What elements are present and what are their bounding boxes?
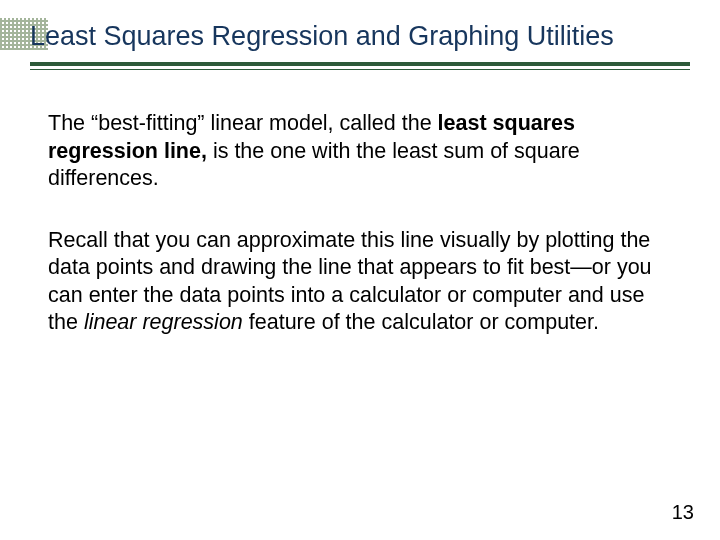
paragraph-1: The “best-fitting” linear model, called … xyxy=(48,110,672,193)
para1-pre: The “best-fitting” linear model, called … xyxy=(48,111,438,135)
slide-content: The “best-fitting” linear model, called … xyxy=(48,110,672,371)
para2-italic: linear regression xyxy=(84,310,243,334)
title-underline-thin xyxy=(30,69,690,70)
slide: Least Squares Regression and Graphing Ut… xyxy=(0,0,720,540)
paragraph-2: Recall that you can approximate this lin… xyxy=(48,227,672,337)
page-number: 13 xyxy=(672,501,694,524)
title-area: Least Squares Regression and Graphing Ut… xyxy=(30,20,690,70)
slide-title: Least Squares Regression and Graphing Ut… xyxy=(30,20,690,58)
para2-post: feature of the calculator or computer. xyxy=(243,310,599,334)
title-underline xyxy=(30,62,690,66)
